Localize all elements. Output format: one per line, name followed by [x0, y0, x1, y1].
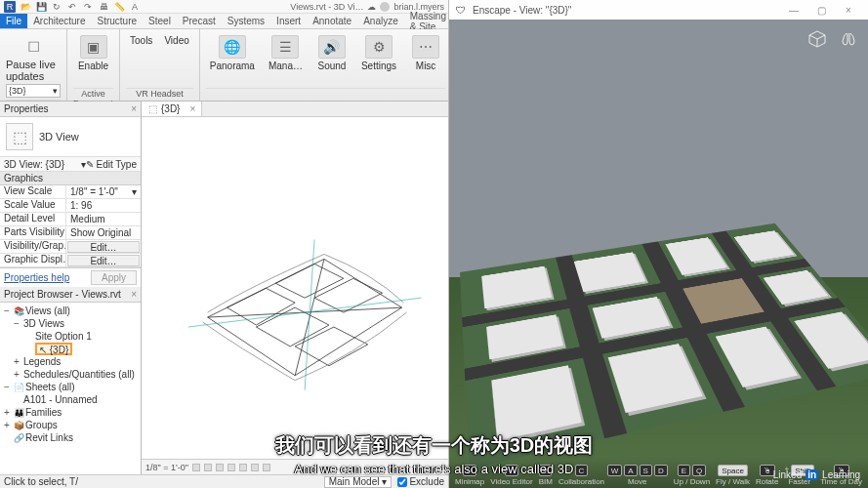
twisty-icon[interactable]: − — [12, 318, 21, 329]
maximize-icon[interactable]: ▢ — [807, 1, 835, 19]
tab-architecture[interactable]: Architecture — [27, 14, 91, 28]
tree-node[interactable]: −📄Sheets (all) — [2, 381, 139, 393]
tree-node[interactable]: +👪Families — [2, 406, 139, 419]
sound-button[interactable]: 🔊Sound — [312, 33, 351, 73]
twisty-icon[interactable]: − — [2, 305, 12, 316]
sync-icon[interactable]: ↻ — [51, 2, 62, 12]
shadows-icon[interactable] — [227, 464, 235, 471]
prop-value[interactable]: Show Original — [66, 226, 141, 239]
edit-type-button[interactable]: ✎Edit Type — [86, 159, 137, 170]
close-icon[interactable]: × — [131, 289, 137, 300]
prop-value[interactable]: 1/8" = 1'-0"▾ — [66, 185, 141, 198]
sound-icon: 🔊 — [318, 35, 346, 59]
subtitle-zh: 我们可以看到还有一个称为3D的视图 — [275, 432, 594, 459]
lock-icon[interactable] — [251, 464, 259, 471]
prop-key: Scale Value — [0, 199, 66, 212]
active-view-select[interactable]: {3D}▾ — [6, 84, 61, 98]
twisty-icon[interactable]: + — [2, 407, 12, 418]
tab-steel[interactable]: Steel — [143, 14, 177, 28]
video-button[interactable]: Video — [160, 33, 192, 48]
svg-marker-3 — [314, 278, 383, 312]
reveal-icon[interactable] — [263, 464, 270, 471]
tree-node[interactable]: −📚Views (all) — [2, 305, 139, 317]
tree-node-label: 3D Views — [23, 318, 64, 329]
save-icon[interactable]: 💾 — [35, 2, 47, 12]
settings-button[interactable]: ⚙Settings — [357, 33, 400, 73]
lungs-icon[interactable] — [837, 27, 860, 51]
minimize-icon[interactable]: — — [780, 1, 807, 19]
revit-logo-icon: R — [4, 1, 16, 13]
misc-button[interactable]: ⋯Misc — [406, 33, 445, 73]
view3d-icon: ⬚ — [6, 123, 33, 150]
instance-selector[interactable]: 3D View: {3D}▾ — [4, 159, 86, 170]
twisty-icon[interactable]: + — [12, 356, 21, 367]
twisty-icon[interactable]: + — [12, 369, 21, 380]
tools-button[interactable]: Tools — [126, 33, 156, 48]
redo-icon[interactable]: ↷ — [82, 2, 94, 12]
enscape-logo-icon: 🛡 — [455, 4, 467, 16]
svg-marker-2 — [275, 264, 344, 298]
chevron-down-icon: ▾ — [53, 86, 58, 96]
tree-node[interactable]: +Schedules/Quantities (all) — [2, 368, 139, 381]
tree-node[interactable]: 🔗Revit Links — [2, 431, 139, 444]
status-message: Click to select, T/ — [4, 476, 78, 487]
viewport-3d[interactable] — [142, 117, 448, 459]
tab-systems[interactable]: Systems — [222, 14, 270, 28]
close-icon[interactable]: × — [189, 103, 195, 114]
properties-help-link[interactable]: Properties help — [4, 272, 69, 283]
pause-live-updates[interactable]: ◻ Pause live updates {3D}▾ — [6, 33, 61, 98]
tab-structure[interactable]: Structure — [91, 14, 143, 28]
properties-header: Properties × — [0, 102, 141, 117]
exclude-checkbox[interactable]: Exclude — [397, 476, 444, 487]
close-icon[interactable]: × — [131, 103, 137, 114]
tree-node-label: Schedules/Quantities (all) — [23, 369, 135, 380]
tab-analyze[interactable]: Analyze — [357, 14, 404, 28]
measure-icon[interactable]: 📏 — [113, 2, 125, 12]
hud-move: W A S D Move — [607, 465, 668, 486]
tab-precast[interactable]: Precast — [177, 14, 222, 28]
enscape-viewport[interactable]: MMinimap KVideo Editor BBIM CCollaborati… — [449, 20, 868, 488]
tree-node-label: Site Option 1 — [35, 331, 92, 342]
enable-button[interactable]: ▣ Enable — [74, 33, 113, 73]
key-c[interactable]: C — [575, 465, 589, 476]
tree-node[interactable]: Site Option 1 — [2, 330, 139, 343]
tab-annotate[interactable]: Annotate — [307, 14, 357, 28]
project-tree[interactable]: −📚Views (all)−3D ViewsSite Option 1↖ {3D… — [0, 303, 141, 474]
tab-massing-site[interactable]: Massing & Site — [404, 14, 452, 28]
twisty-icon[interactable]: + — [2, 420, 12, 430]
cube-icon[interactable] — [806, 27, 829, 51]
panorama-button[interactable]: 🌐Panorama — [206, 33, 259, 73]
close-icon[interactable]: × — [835, 1, 862, 19]
print-icon[interactable]: 🖶 — [98, 2, 109, 12]
pause-icon: ◻ — [10, 33, 57, 57]
undo-icon[interactable]: ↶ — [66, 2, 78, 12]
open-icon[interactable]: 📂 — [20, 2, 31, 12]
prop-value[interactable]: Medium — [66, 213, 141, 225]
main-model-select[interactable]: Main Model▾ — [324, 476, 393, 488]
tab-file[interactable]: File — [0, 14, 27, 28]
edit-button[interactable]: Edit… — [67, 255, 140, 266]
doc-tab-3d[interactable]: ⬚ {3D} × — [142, 102, 202, 116]
text-icon[interactable]: A — [129, 2, 141, 12]
visual-style-icon[interactable] — [204, 464, 212, 471]
apply-button[interactable]: Apply — [91, 270, 137, 285]
tab-insert[interactable]: Insert — [270, 14, 307, 28]
edit-button[interactable]: Edit… — [67, 241, 140, 253]
tree-node[interactable]: −3D Views — [2, 317, 139, 330]
sun-icon[interactable] — [216, 464, 224, 471]
tree-node[interactable]: +Legends — [2, 355, 139, 368]
tree-node[interactable]: ↖ {3D} — [2, 343, 139, 355]
type-selector[interactable]: ⬚ 3D View — [0, 117, 141, 156]
title-doc: Views.rvt - 3D Vi… — [290, 2, 363, 12]
tree-node[interactable]: A101 - Unnamed — [2, 393, 139, 406]
manage-button[interactable]: ☰Mana… — [265, 33, 307, 73]
avatar-icon[interactable] — [380, 2, 390, 12]
detail-icon[interactable] — [192, 464, 200, 471]
tree-node[interactable]: +📦Groups — [2, 419, 139, 431]
panorama-icon: 🌐 — [219, 35, 246, 59]
crop-icon[interactable] — [239, 464, 247, 471]
twisty-icon[interactable]: − — [2, 382, 12, 392]
cube-icon: ⬚ — [147, 104, 157, 114]
svg-marker-0 — [208, 259, 402, 375]
prop-value: 1: 96 — [66, 199, 141, 212]
